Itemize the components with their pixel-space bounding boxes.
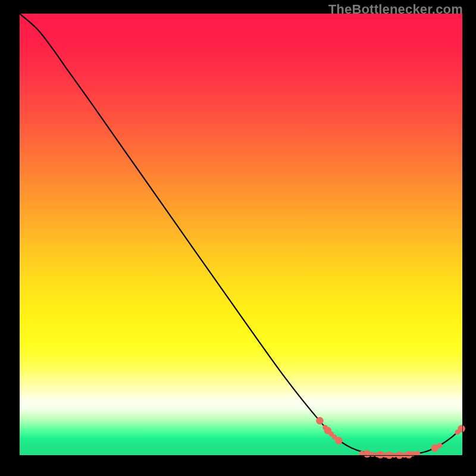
data-point-marker: [458, 425, 465, 433]
data-point-marker: [364, 450, 371, 458]
watermark-text: TheBottlenecker.com: [328, 2, 463, 17]
data-point-marker: [415, 451, 421, 456]
data-point-marker: [370, 452, 375, 457]
bottleneck-curve: [20, 14, 462, 455]
data-point-marker: [411, 451, 416, 456]
chart-svg: [20, 14, 462, 455]
data-point-marker: [437, 443, 443, 448]
data-point-marker: [316, 417, 324, 425]
data-point-marker: [335, 437, 343, 444]
